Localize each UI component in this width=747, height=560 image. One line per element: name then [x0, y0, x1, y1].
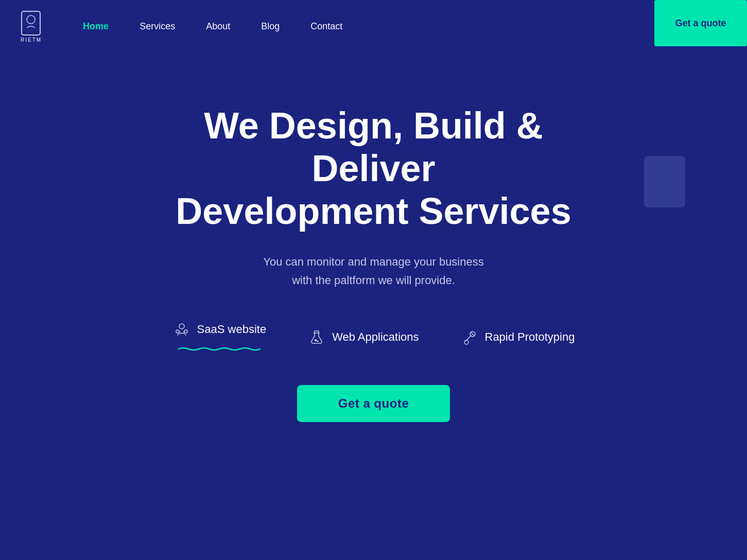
service-item-prototype: Rapid Prototyping	[460, 328, 575, 346]
logo-area[interactable]: RIETM	[21, 10, 42, 43]
hero-subtitle: You can monitor and manage your business…	[263, 253, 483, 289]
svg-point-9	[317, 341, 318, 342]
webapp-label: Web Applications	[332, 330, 419, 344]
svg-point-4	[184, 330, 187, 333]
decorative-shape	[644, 156, 685, 207]
hero-section: We Design, Build & Deliver Development S…	[0, 53, 747, 453]
prototype-label: Rapid Prototyping	[485, 330, 575, 344]
svg-rect-0	[22, 11, 40, 35]
hero-get-quote-button[interactable]: Get a quote	[297, 385, 450, 422]
logo-icon	[21, 10, 41, 36]
saas-label: SaaS website	[197, 323, 267, 336]
service-item-saas: SaaS website	[172, 320, 267, 354]
nav-blog[interactable]: Blog	[261, 21, 280, 32]
navbar: RIETM Home Services About Blog Contact G…	[0, 0, 747, 53]
service-items: SaaS website W	[172, 320, 575, 354]
nav-get-quote-button[interactable]: Get a quote	[654, 0, 747, 46]
svg-point-1	[27, 15, 35, 24]
hero-title: We Design, Build & Deliver Development S…	[142, 104, 605, 232]
nav-about[interactable]: About	[206, 21, 230, 32]
webapp-icon	[307, 328, 326, 346]
nav-links: Home Services About Blog Contact	[83, 21, 726, 32]
svg-point-12	[464, 340, 468, 344]
logo-text: RIETM	[21, 37, 42, 43]
nav-contact[interactable]: Contact	[310, 21, 342, 32]
nav-services[interactable]: Services	[140, 21, 175, 32]
nav-home[interactable]: Home	[83, 21, 109, 32]
saas-icon	[172, 320, 191, 339]
svg-point-8	[315, 339, 317, 341]
svg-point-2	[179, 324, 184, 329]
service-item-webapp: Web Applications	[307, 328, 419, 346]
saas-underline	[178, 345, 260, 354]
svg-point-3	[176, 330, 179, 333]
prototype-icon	[460, 328, 479, 346]
